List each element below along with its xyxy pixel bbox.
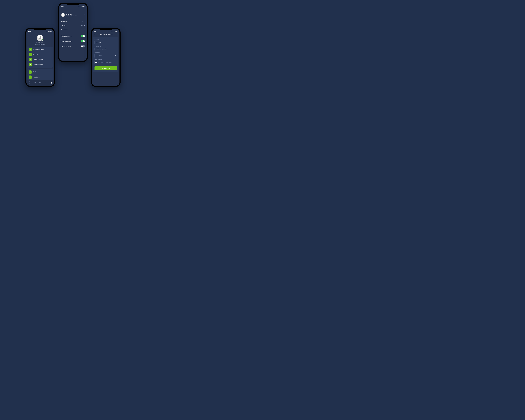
menu-label: Help Center bbox=[33, 76, 40, 78]
back-button[interactable] bbox=[61, 8, 63, 10]
tab-recipes[interactable]: Recipes bbox=[28, 81, 31, 84]
input-dob[interactable]: Date of Birth bbox=[94, 54, 117, 58]
cell-signal-icon: ••••• bbox=[111, 31, 113, 32]
tab-label: Recipes bbox=[28, 83, 31, 84]
home-indicator bbox=[35, 85, 45, 85]
user-icon bbox=[50, 81, 52, 83]
gear-icon bbox=[29, 70, 32, 74]
toggle-email-notifications[interactable] bbox=[81, 40, 85, 42]
svg-rect-9 bbox=[31, 77, 31, 78]
headphones-icon bbox=[29, 75, 32, 79]
setting-label: Email Notifications bbox=[61, 40, 72, 42]
status-time: 2:33 bbox=[28, 30, 31, 32]
tab-label: Favorites bbox=[44, 83, 47, 84]
battery-icon bbox=[115, 30, 118, 32]
svg-point-3 bbox=[30, 49, 31, 50]
menu-account-information[interactable]: Account Information bbox=[28, 47, 53, 52]
toggle-push-notifications[interactable] bbox=[81, 35, 85, 37]
setting-label: Language bbox=[61, 20, 67, 22]
wifi-icon bbox=[47, 30, 49, 32]
calendar-icon bbox=[114, 55, 116, 57]
country-code: +91 bbox=[97, 62, 99, 63]
menu-payment-method[interactable]: Payment Method bbox=[28, 57, 53, 62]
country-code-selector[interactable]: +91 bbox=[94, 61, 100, 64]
toggle-sms-notification[interactable] bbox=[81, 45, 85, 47]
input-phone[interactable] bbox=[100, 61, 117, 64]
update-profile-button[interactable]: Update Profile bbox=[94, 66, 117, 70]
setting-value: EN bbox=[82, 20, 83, 22]
settings-profile-row[interactable]: Chris Gary chris2code@gmail.com bbox=[59, 11, 87, 19]
book-icon bbox=[28, 81, 30, 83]
profile-name: Todd Benson bbox=[27, 42, 54, 44]
avatar bbox=[61, 13, 65, 17]
phone-profile: 2:33 ••••• + Todd Benson info@flutterpan… bbox=[25, 28, 55, 87]
input-full-name[interactable] bbox=[94, 41, 117, 44]
battery-icon bbox=[82, 5, 85, 7]
svg-rect-8 bbox=[30, 77, 30, 78]
svg-point-12 bbox=[51, 82, 51, 82]
setting-value: Dark bbox=[81, 29, 83, 30]
heart-icon bbox=[45, 81, 46, 83]
setting-label: SMS Notification bbox=[61, 46, 71, 47]
label-dob: Date of Birth bbox=[94, 52, 117, 53]
menu-label: Settings bbox=[33, 71, 38, 73]
phone-settings: 2:33 ••••• Chris Gary chris2code@gmail.c… bbox=[58, 3, 88, 62]
menu-label: Delivery Address bbox=[33, 64, 43, 65]
menu-label: Payment Method bbox=[33, 59, 43, 60]
tab-cart[interactable]: Cart bbox=[39, 81, 41, 84]
svg-rect-13 bbox=[115, 55, 116, 56]
bag-icon bbox=[29, 53, 32, 56]
flag-india-icon bbox=[95, 62, 97, 63]
menu-help-center[interactable]: Help Center bbox=[28, 75, 53, 80]
tab-label: Search bbox=[34, 83, 37, 84]
svg-rect-10 bbox=[29, 82, 30, 83]
add-photo-button[interactable]: + bbox=[41, 39, 44, 41]
dob-placeholder: Date of Birth bbox=[96, 55, 102, 56]
tab-favorites[interactable]: Favorites bbox=[44, 81, 47, 84]
setting-sms-notification: SMS Notification bbox=[59, 44, 87, 49]
tab-profile[interactable]: Profile bbox=[50, 81, 52, 84]
label-phone: Phone Number bbox=[94, 59, 117, 60]
settings-user-email: chris2code@gmail.com bbox=[66, 15, 77, 16]
notch bbox=[34, 28, 47, 30]
card-icon bbox=[29, 58, 32, 61]
cell-signal-icon: ••••• bbox=[45, 31, 47, 32]
home-indicator bbox=[101, 85, 111, 85]
home-indicator bbox=[68, 60, 78, 60]
menu-my-order[interactable]: My Order bbox=[28, 52, 53, 57]
basket-icon bbox=[39, 81, 41, 83]
svg-point-11 bbox=[34, 82, 36, 83]
tab-label: Cart bbox=[39, 83, 41, 84]
chevron-right-icon bbox=[84, 20, 85, 22]
user-icon bbox=[29, 48, 32, 51]
truck-icon bbox=[29, 63, 32, 66]
notch bbox=[67, 3, 79, 5]
setting-language[interactable]: Language EN bbox=[59, 19, 87, 23]
menu-settings[interactable]: Settings bbox=[28, 69, 53, 75]
battery-icon bbox=[49, 30, 52, 32]
menu-group-account: Account Information My Order Payment Met… bbox=[28, 47, 53, 68]
setting-appearance[interactable]: Appearance Dark bbox=[59, 28, 87, 32]
search-icon bbox=[34, 81, 36, 83]
menu-delivery-address[interactable]: Delivery Address bbox=[28, 62, 53, 67]
phone-account-info: 2:33 ••••• Account Information Full Name… bbox=[91, 28, 121, 87]
account-form: Full Name Email Address Date of Birth Da… bbox=[93, 37, 118, 72]
tab-label: Profile bbox=[50, 83, 52, 84]
page-title: Account Information bbox=[94, 34, 118, 35]
setting-currency[interactable]: Currency USD bbox=[59, 23, 87, 28]
avatar[interactable]: + bbox=[37, 35, 43, 41]
setting-value: USD bbox=[81, 25, 83, 26]
profile-email: info@flutterpanda.com bbox=[27, 44, 54, 45]
chevron-right-icon bbox=[84, 25, 85, 26]
status-time: 2:33 bbox=[94, 30, 96, 32]
setting-email-notifications: Email Notifications bbox=[59, 39, 87, 44]
menu-group-other: Settings Help Center bbox=[28, 69, 53, 80]
input-email[interactable] bbox=[94, 47, 117, 51]
tab-search[interactable]: Search bbox=[34, 81, 37, 84]
cell-signal-icon: ••••• bbox=[78, 6, 80, 7]
setting-label: Push Notifications bbox=[61, 35, 72, 37]
setting-label: Currency bbox=[61, 25, 66, 26]
wifi-icon bbox=[80, 5, 82, 7]
svg-point-7 bbox=[30, 72, 30, 72]
svg-rect-4 bbox=[30, 59, 31, 60]
